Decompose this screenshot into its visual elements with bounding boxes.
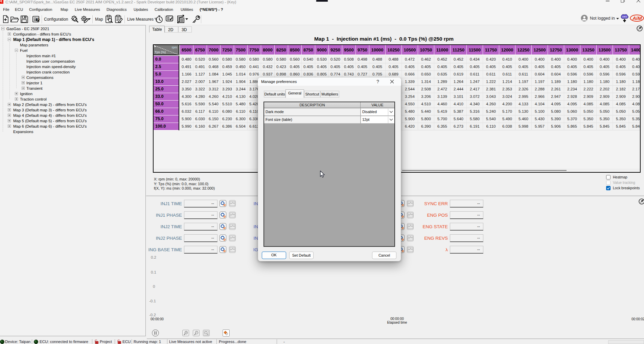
svg-text:AiM: AiM: [632, 15, 642, 21]
svg-text:?: ?: [37, 18, 39, 22]
